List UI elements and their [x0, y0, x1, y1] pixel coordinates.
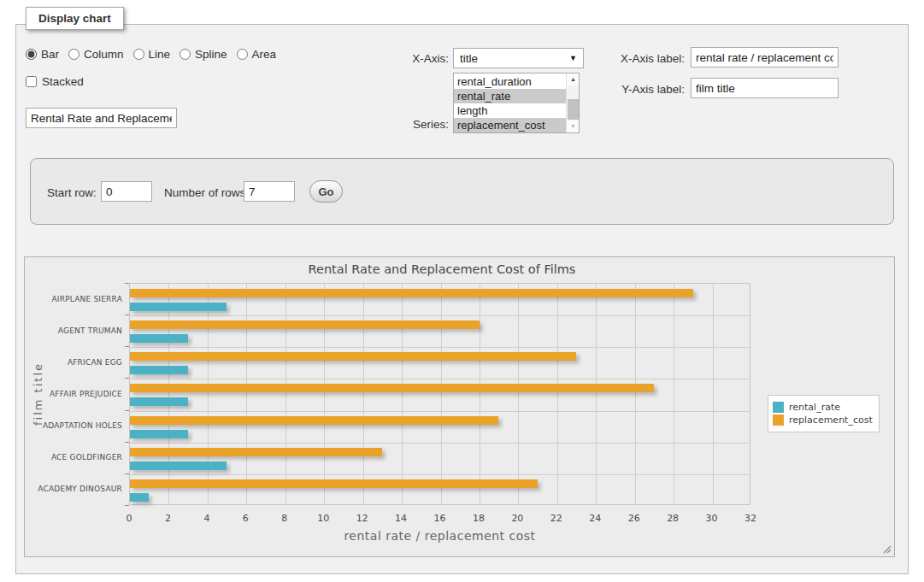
chart-title-input[interactable]: [26, 108, 177, 128]
x-tick-label: 4: [203, 513, 209, 524]
chart-type-text-spline: Spline: [195, 48, 227, 61]
chart-type-text-line: Line: [149, 48, 171, 61]
bar-rental_rate: [130, 366, 188, 374]
chart-type-group: BarColumnLineSplineArea: [26, 48, 285, 61]
chart-type-radio-column[interactable]: [68, 49, 79, 60]
x-tick-label: 30: [706, 513, 718, 524]
legend-swatch-replacement_cost: [773, 414, 784, 426]
series-option-length[interactable]: length: [454, 103, 566, 118]
series-option-rental_rate[interactable]: rental_rate: [454, 89, 566, 103]
x-tick-label: 32: [744, 513, 756, 524]
vertical-gridline: [557, 284, 558, 504]
row-range-panel: [30, 158, 894, 225]
chart-type-option-line: Line: [133, 48, 171, 61]
legend-entry-replacement_cost: replacement_cost: [773, 414, 873, 426]
x-axis-title: rental rate / replacement cost: [129, 529, 750, 543]
y-tick-mark: [125, 315, 129, 315]
bar-replacement_cost: [130, 289, 693, 297]
scrollbar-thumb[interactable]: [568, 99, 579, 120]
category-label: ACE GOLDFINGER: [26, 453, 122, 461]
x-tick-label: 26: [628, 513, 640, 524]
x-tick-label: 18: [473, 513, 485, 524]
scroll-up-icon[interactable]: ▲: [567, 73, 580, 85]
legend-label-replacement_cost: replacement_cost: [789, 414, 873, 426]
resize-handle-icon[interactable]: [881, 544, 892, 554]
chart-type-radio-area[interactable]: [237, 49, 248, 60]
stacked-label: Stacked: [42, 75, 84, 88]
fieldset-legend: Display chart: [26, 7, 124, 30]
x-axis-select[interactable]: title ▼: [453, 48, 584, 68]
horizontal-gridline: [130, 411, 750, 412]
chart-type-text-bar: Bar: [41, 48, 59, 61]
y-tick-mark: [125, 378, 129, 379]
x-tick-label: 12: [356, 513, 368, 524]
go-button[interactable]: Go: [309, 180, 343, 203]
series-label: Series:: [389, 118, 449, 131]
vertical-gridline: [441, 284, 442, 504]
vertical-gridline: [363, 284, 364, 504]
bar-rental_rate: [130, 430, 188, 438]
stacked-checkbox[interactable]: [26, 76, 37, 87]
y-axis-label-input[interactable]: [691, 78, 839, 98]
chart-title: Rental Rate and Replacement Cost of Film…: [25, 262, 859, 276]
chart-type-option-spline: Spline: [180, 48, 227, 61]
chart-type-radio-line[interactable]: [133, 49, 144, 60]
vertical-gridline: [596, 284, 597, 504]
horizontal-gridline: [130, 474, 750, 475]
bar-rental_rate: [130, 461, 227, 470]
chart-type-text-column: Column: [84, 48, 124, 61]
bar-rental_rate: [130, 334, 188, 343]
legend-swatch-rental_rate: [773, 402, 784, 413]
vertical-gridline: [208, 284, 209, 504]
chart-legend: rental_ratereplacement_cost: [768, 395, 880, 432]
start-row-input[interactable]: [101, 181, 152, 202]
vertical-gridline: [168, 284, 169, 504]
scroll-down-icon[interactable]: ▼: [567, 121, 580, 132]
x-axis-select-label: X-Axis:: [389, 52, 449, 65]
start-row-label: Start row:: [47, 186, 97, 199]
x-tick-label: 24: [589, 513, 601, 524]
vertical-gridline: [518, 284, 519, 504]
chart-type-radio-spline[interactable]: [180, 49, 191, 60]
y-tick-mark: [125, 473, 129, 474]
num-rows-label: Number of rows:: [164, 186, 249, 199]
x-tick-label: 22: [550, 513, 562, 524]
vertical-gridline: [674, 284, 674, 504]
bar-replacement_cost: [130, 448, 382, 456]
vertical-gridline: [285, 284, 286, 504]
x-tick-label: 0: [127, 513, 132, 524]
horizontal-gridline: [130, 315, 750, 316]
num-rows-input[interactable]: [244, 181, 295, 202]
x-tick-label: 2: [165, 513, 171, 524]
bar-replacement_cost: [130, 352, 576, 361]
horizontal-gridline: [130, 443, 750, 444]
dropdown-arrow-icon: ▼: [569, 54, 577, 62]
x-axis-label-caption: X-Axis label:: [603, 52, 685, 65]
x-axis-label-input[interactable]: [691, 47, 839, 68]
chart-container: Rental Rate and Replacement Cost of Film…: [24, 256, 895, 557]
horizontal-gridline: [130, 347, 750, 348]
x-tick-label: 20: [511, 513, 523, 524]
stacked-row: Stacked: [26, 75, 84, 88]
category-label: ADAPTATION HOLES: [26, 421, 122, 430]
x-tick-label: 8: [281, 513, 287, 524]
chart-type-option-bar: Bar: [26, 48, 59, 61]
category-label: AFRICAN EGG: [26, 358, 122, 367]
series-option-replacement_cost[interactable]: replacement_cost: [454, 118, 566, 132]
series-option-rental_duration[interactable]: rental_duration: [454, 74, 566, 89]
y-tick-mark: [125, 410, 129, 411]
series-options: rental_durationrental_ratelengthreplacem…: [454, 74, 566, 132]
y-tick-mark: [125, 442, 129, 443]
legend-label-rental_rate: rental_rate: [789, 402, 840, 413]
chart-type-radio-bar[interactable]: [26, 49, 37, 60]
series-scrollbar[interactable]: ▲ ▼: [566, 73, 579, 132]
y-tick-mark: [125, 283, 129, 284]
x-tick-label: 16: [434, 513, 446, 524]
bar-replacement_cost: [130, 384, 654, 392]
bar-replacement_cost: [130, 416, 498, 425]
chart-type-option-area: Area: [237, 48, 277, 61]
bar-replacement_cost: [130, 479, 538, 488]
series-listbox[interactable]: rental_durationrental_ratelengthreplacem…: [453, 73, 580, 133]
display-chart-page: Display chart BarColumnLineSplineArea St…: [0, 0, 924, 582]
y-tick-mark: [125, 346, 129, 347]
